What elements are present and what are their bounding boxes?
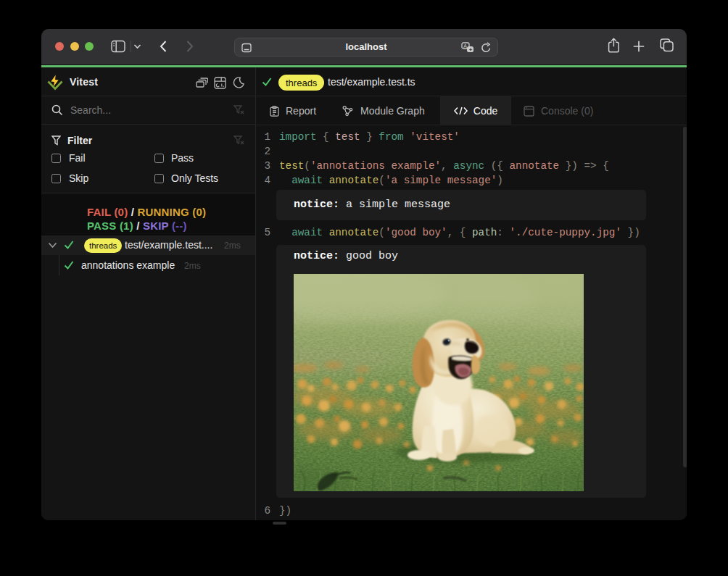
svg-text:✦: ✦ [468,47,473,52]
svg-text:A: A [463,43,467,49]
